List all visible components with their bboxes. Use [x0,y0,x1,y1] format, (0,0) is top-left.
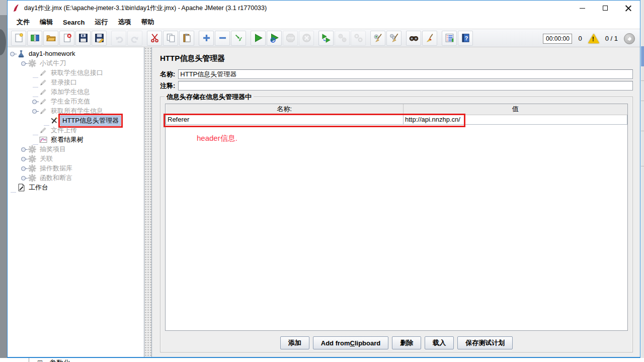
background-window-bottom-sliver: ⊞ 参数化 [0,358,644,362]
title-bar[interactable]: day1作业.jmx (E:\apache-jmeter-3.1\bin\day… [8,1,640,16]
thread-status-icon [624,33,635,44]
sheet-tab-label: 参数化 [49,358,70,362]
header-row[interactable]: Refererhttp://api.nnzhp.cn/ [166,115,627,124]
close-button[interactable] [617,1,640,16]
add-button[interactable]: 添加 [280,336,309,349]
comment-label: 注释: [160,81,175,90]
toolbar-clear-button[interactable] [370,31,385,46]
column-header-value[interactable]: 值 [404,104,627,115]
toolbar-save-as-button[interactable] [92,31,107,46]
menu-bar: 文件编辑Search运行选项帮助 [8,16,640,29]
headers-groupbox: 信息头存储在信息头管理器中 名称:值 Refererhttp://api.nnz… [160,97,633,352]
toolbar-start-no-pauses-button[interactable] [267,31,282,46]
tree-item[interactable]: 察看结果树 [8,135,144,144]
tree-item-label: 登录接口 [49,78,78,87]
toolbar-close-file-button[interactable] [59,31,74,46]
sheet-grid-icon: ⊞ [37,358,43,362]
svg-text:STOP: STOP [287,37,294,40]
toolbar-separator [107,31,111,46]
tree-item[interactable]: 操作数据库 [8,163,144,173]
toolbar-expand-all-button[interactable] [199,31,214,46]
tree-item-label: 获取学生信息接口 [49,68,105,77]
name-input[interactable] [178,69,633,79]
headers-table: 名称:值 Refererhttp://api.nnzhp.cn/ [166,104,627,125]
table-actions: 添加Add from Clipboard删除载入保存测试计划 [165,336,628,349]
menu-item-search[interactable]: Search [58,17,90,28]
tree-item[interactable]: 工作台 [8,183,144,192]
jmeter-feather-icon [12,4,20,12]
toolbar-undo-button [111,31,126,46]
toolbar-new-file-button[interactable] [11,31,26,46]
toolbar-save-button[interactable] [75,31,91,46]
tree-item[interactable]: 添加学生信息 [8,87,144,97]
toolbar-remote-shutdown-all-button [351,31,366,46]
tree-item[interactable]: 函数和断言 [8,173,144,183]
toolbar-paste-button[interactable] [179,31,194,46]
toolbar-separator [438,31,441,46]
tree-expand-handle[interactable] [21,154,28,163]
tree-expand-handle[interactable] [21,144,28,154]
tree-expand-handle[interactable] [21,58,28,68]
sampler-icon [39,68,47,77]
toolbar-remote-start-all-button[interactable] [318,31,334,46]
tree-expand-handle[interactable] [21,163,28,173]
tree-item[interactable]: 获取学生信息接口 [8,68,144,77]
tree-item[interactable]: 登录接口 [8,77,144,87]
column-header-name[interactable]: 名称: [166,104,404,115]
add-from-clipboard-button[interactable]: Add from Clipboard [313,336,388,349]
toolbar-templates-button[interactable] [27,31,42,46]
tree-expand-handle[interactable] [10,49,17,58]
toolbar-function-helper-button[interactable] [442,31,457,46]
tree-item[interactable]: 抽奖项目 [8,144,144,154]
test-plan-tree: day1-homework小试牛刀获取学生信息接口登录接口添加学生信息学生金币充… [8,47,144,357]
toolbar-start-button[interactable] [251,31,266,46]
toolbar-separator [366,31,370,46]
menu-item-options[interactable]: 选项 [113,16,136,28]
maximize-button[interactable] [594,1,617,16]
toolbar-toggle-button[interactable] [231,31,246,46]
toolbar-separator [314,31,318,46]
load-button[interactable]: 载入 [425,336,454,349]
tree-item[interactable]: 小试牛刀 [8,58,144,68]
header-name-cell[interactable]: Referer [166,115,404,124]
tree-item[interactable]: 学生金币充值 [8,97,144,106]
toolbar-separator [402,31,406,46]
warning-triangle-icon[interactable] [588,34,599,43]
menu-item-file[interactable]: 文件 [12,16,35,28]
tree-item[interactable]: 文件上传 [8,125,144,135]
toolbar: STOP? 00:00:00 0 0 / 1 [8,29,640,47]
minimize-button[interactable] [571,1,594,16]
toolbar-help-button[interactable]: ? [458,31,473,46]
gear-icon [28,164,36,172]
tree-item-label: day1-homework [27,50,77,57]
menu-item-help[interactable]: 帮助 [136,16,159,28]
tree-expand-handle[interactable] [32,106,39,116]
toolbar-cut-button[interactable] [147,31,162,46]
toolbar-clear-all-button[interactable] [386,31,401,46]
tree-item-label: 函数和断言 [38,173,74,183]
save-test-plan-button[interactable]: 保存测试计划 [457,336,513,349]
comment-input[interactable] [178,81,633,90]
tree-item-label: HTTP信息头管理器 [60,116,121,126]
tree-item[interactable]: 关联 [8,154,144,163]
toolbar-remote-stop-all-button [335,31,350,46]
toolbar-open-file-button[interactable] [43,31,58,46]
header-value-cell[interactable]: http://api.nnzhp.cn/ [404,115,627,124]
toolbar-copy-button[interactable] [163,31,178,46]
menu-item-edit[interactable]: 编辑 [35,16,58,28]
toolbar-collapse-all-button[interactable] [215,31,230,46]
tree-expand-handle[interactable] [21,173,28,183]
toolbar-search-reset-button[interactable] [422,31,437,46]
window-title: day1作业.jmx (E:\apache-jmeter-3.1\bin\day… [24,4,267,13]
menu-item-run[interactable]: 运行 [90,16,113,28]
tree-item[interactable]: 获取所有学生信息 [8,106,144,116]
toolbar-redo-button [127,31,142,46]
tree-item[interactable]: day1-homework [8,49,144,58]
active-threads-count: 0 / 1 [605,35,618,42]
toolbar-search-button[interactable] [406,31,421,46]
toolbar-separator [195,31,198,46]
tree-expand-handle[interactable] [32,97,39,106]
tree-item[interactable]: HTTP信息头管理器 [8,116,144,125]
delete-button[interactable]: 删除 [392,336,421,349]
split-pane-divider[interactable] [144,47,151,357]
